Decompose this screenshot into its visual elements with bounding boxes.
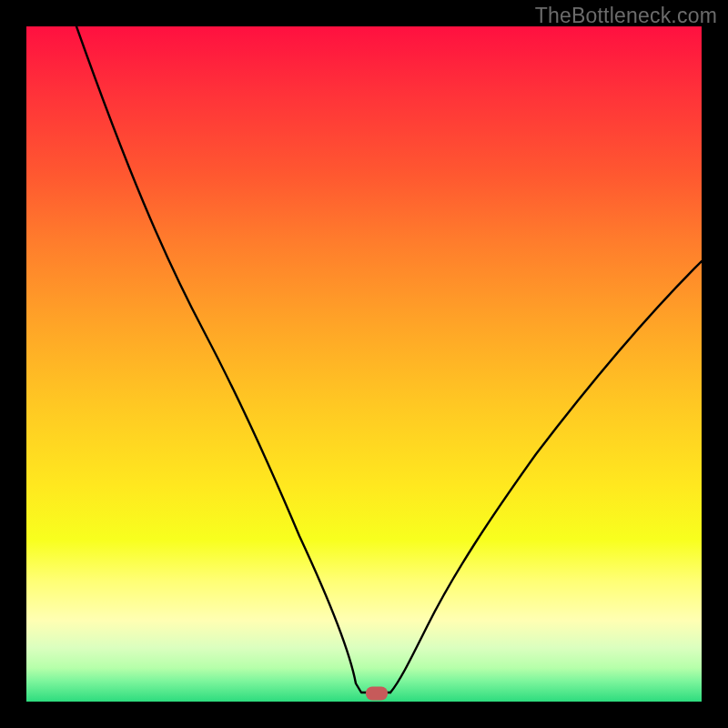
chart-frame: TheBottleneck.com (0, 0, 728, 728)
optimum-marker (366, 687, 388, 701)
curve-left-branch (76, 26, 390, 693)
curve-right-branch (390, 261, 702, 693)
bottleneck-curve (26, 26, 702, 702)
plot-area (26, 26, 702, 702)
watermark-text: TheBottleneck.com (535, 4, 717, 28)
